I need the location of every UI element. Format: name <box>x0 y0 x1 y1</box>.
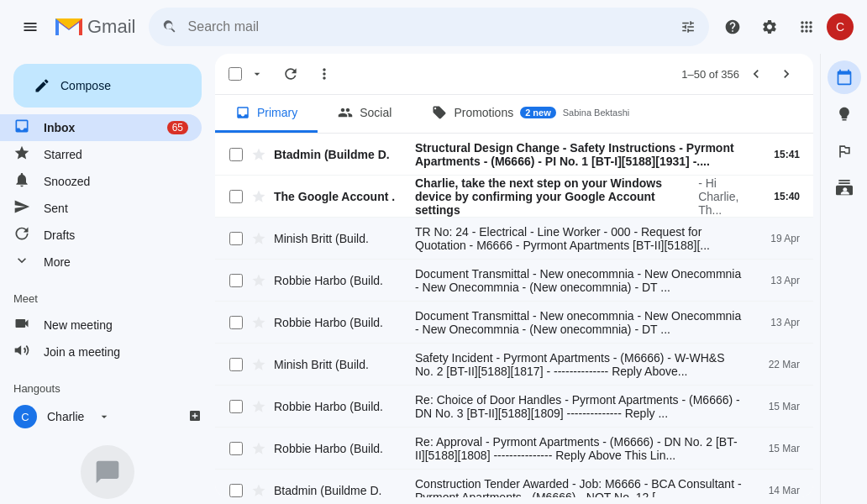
calendar-icon-button[interactable] <box>828 60 861 94</box>
checkbox-7[interactable] <box>229 400 243 413</box>
email-checkbox-9[interactable] <box>229 483 244 498</box>
inbox-icon <box>13 118 30 138</box>
sender-6: Minish Britt (Build. <box>274 358 408 371</box>
compose-button[interactable]: Compose <box>13 64 202 108</box>
subject-preview-5: Document Transmittal - New onecommnia - … <box>415 309 744 336</box>
settings-button[interactable] <box>753 10 786 44</box>
add-hangout-icon[interactable] <box>188 409 202 423</box>
star-2[interactable] <box>250 189 267 204</box>
checkbox-4[interactable] <box>229 274 243 287</box>
sender-7: Robbie Harbo (Build. <box>274 400 408 413</box>
next-page-button[interactable] <box>773 60 800 87</box>
sender-8: Robbie Harbo (Build. <box>274 442 408 455</box>
checkbox-8[interactable] <box>229 442 243 455</box>
checkbox-3[interactable] <box>229 232 243 245</box>
sidebar-item-drafts[interactable]: Drafts <box>0 222 202 249</box>
email-checkbox-2[interactable] <box>229 189 244 204</box>
hangout-user-label: Charlie <box>47 410 84 423</box>
star-1[interactable] <box>250 147 267 162</box>
time-5: 13 Apr <box>758 317 800 328</box>
refresh-button[interactable] <box>277 60 304 87</box>
search-input[interactable] <box>188 19 670 34</box>
email-list: Btadmin (Buildme D. Structural Design Ch… <box>215 134 813 497</box>
sidebar-item-snoozed[interactable]: Snoozed <box>0 168 202 195</box>
sidebar-item-starred[interactable]: Starred <box>0 141 202 168</box>
checkbox-6[interactable] <box>229 358 243 371</box>
sent-label: Sent <box>44 202 188 215</box>
sidebar-item-more[interactable]: More <box>0 249 202 276</box>
contacts-icon-button[interactable] <box>828 171 861 205</box>
sidebar-item-new-meeting[interactable]: New meeting <box>0 312 202 339</box>
sender-3: Minish Britt (Build. <box>274 232 408 245</box>
sidebar-item-join-meeting[interactable]: Join a meeting <box>0 339 202 365</box>
select-all-checkbox[interactable] <box>229 67 242 81</box>
checkbox-9[interactable] <box>229 484 243 497</box>
subject-3: TR No: 24 - Electrical - Line Worker - 0… <box>415 225 744 252</box>
more-label: More <box>44 255 188 269</box>
gmail-logo: Gmail <box>54 15 135 39</box>
checkbox-1[interactable] <box>229 148 243 161</box>
sidebar-item-inbox[interactable]: Inbox 65 <box>0 114 202 141</box>
time-3: 19 Apr <box>758 233 800 244</box>
checkbox-5[interactable] <box>229 316 243 329</box>
sender-4: Robbie Harbo (Build. <box>274 274 408 287</box>
hangout-chevron-icon <box>97 410 111 423</box>
checkbox-2[interactable] <box>229 190 243 203</box>
star-6[interactable] <box>250 357 267 372</box>
promotions-badge: 2 new <box>520 107 556 118</box>
star-3[interactable] <box>250 231 267 246</box>
main-layout: Compose Inbox 65 Starred Snoozed S <box>0 54 867 504</box>
email-checkbox-4[interactable] <box>229 273 244 288</box>
compose-label: Compose <box>60 79 111 92</box>
email-row-4[interactable]: Robbie Harbo (Build. Document Transmitta… <box>215 260 813 302</box>
keep-icon-button[interactable] <box>828 97 861 131</box>
tab-promotions[interactable]: Promotions 2 new Sabina Bektashi <box>412 95 649 133</box>
email-checkbox-6[interactable] <box>229 357 244 372</box>
tasks-icon-button[interactable] <box>828 134 861 168</box>
snoozed-label: Snoozed <box>44 175 188 188</box>
search-tune-icon[interactable] <box>680 18 696 35</box>
account-avatar[interactable]: C <box>827 13 854 40</box>
subject-preview-6: Safety Incident - Pyrmont Apartments - (… <box>415 351 744 378</box>
star-4[interactable] <box>250 273 267 288</box>
email-checkbox-1[interactable] <box>229 147 244 162</box>
sender-5: Robbie Harbo (Build. <box>274 316 408 329</box>
subject-preview-2: Charlie, take the next step on your Wind… <box>415 176 744 217</box>
email-row-6[interactable]: Minish Britt (Build. Safety Incident - P… <box>215 344 813 386</box>
subject-9: Construction Tender Awarded - Job: M6666… <box>415 477 744 498</box>
select-dropdown-button[interactable] <box>244 60 271 87</box>
email-row-3[interactable]: Minish Britt (Build. TR No: 24 - Electri… <box>215 218 813 260</box>
prev-page-button[interactable] <box>743 60 770 87</box>
tab-primary[interactable]: Primary <box>215 95 318 133</box>
more-options-button[interactable] <box>311 60 338 87</box>
mail-toolbar: 1–50 of 356 <box>215 54 813 95</box>
subject-preview-8: Re: Approval - Pyrmont Apartments - (M66… <box>415 435 744 462</box>
email-checkbox-8[interactable] <box>229 441 244 456</box>
tab-social[interactable]: Social <box>318 95 412 133</box>
email-row-5[interactable]: Robbie Harbo (Build. Document Transmitta… <box>215 302 813 344</box>
sidebar-item-sent[interactable]: Sent <box>0 195 202 222</box>
join-meeting-label: Join a meeting <box>44 345 188 359</box>
subject-6: Safety Incident - Pyrmont Apartments - (… <box>415 351 744 378</box>
star-8[interactable] <box>250 441 267 456</box>
email-row-1[interactable]: Btadmin (Buildme D. Structural Design Ch… <box>215 134 813 176</box>
email-checkbox-3[interactable] <box>229 231 244 246</box>
email-checkbox-5[interactable] <box>229 315 244 330</box>
subject-preview-7: Re: Choice of Door Handles - Pyrmont Apa… <box>415 393 744 420</box>
email-row-7[interactable]: Robbie Harbo (Build. Re: Choice of Door … <box>215 386 813 428</box>
primary-tab-icon <box>235 105 250 120</box>
star-9[interactable] <box>250 483 267 498</box>
menu-button[interactable] <box>13 10 47 44</box>
apps-button[interactable] <box>790 10 823 44</box>
hangout-user-item[interactable]: C Charlie <box>0 402 215 432</box>
email-row-2[interactable]: The Google Account . Charlie, take the n… <box>215 176 813 218</box>
help-button[interactable] <box>716 10 749 44</box>
email-checkbox-7[interactable] <box>229 399 244 414</box>
right-sidebar <box>820 54 867 504</box>
time-9: 14 Mar <box>758 485 800 496</box>
sent-icon <box>13 198 30 218</box>
star-5[interactable] <box>250 315 267 330</box>
email-row-8[interactable]: Robbie Harbo (Build. Re: Approval - Pyrm… <box>215 428 813 470</box>
star-7[interactable] <box>250 399 267 414</box>
email-row-9[interactable]: Btadmin (Buildme D. Construction Tender … <box>215 470 813 497</box>
